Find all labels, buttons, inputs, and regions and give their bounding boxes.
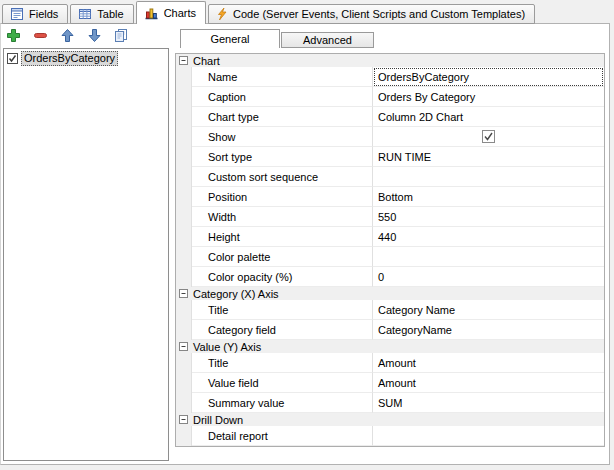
tab-fields-label: Fields: [29, 8, 58, 20]
arrow-up-icon: [60, 28, 75, 45]
row-gutter: [176, 227, 192, 247]
tab-general[interactable]: General: [180, 29, 280, 48]
collapse-icon[interactable]: [179, 289, 188, 298]
chart-list: OrdersByCategory: [3, 48, 169, 461]
property-grid: Chart Name OrdersByCategory Caption Orde…: [175, 53, 605, 447]
property-row-name: Name OrdersByCategory: [176, 67, 604, 87]
minus-icon: [33, 28, 48, 45]
row-gutter: [176, 127, 192, 147]
group-header-category-x-axis[interactable]: Category (X) Axis: [176, 287, 604, 300]
property-value-chart-type[interactable]: Column 2D Chart: [373, 107, 604, 127]
property-row-summary-value: Summary value SUM: [176, 393, 604, 413]
property-value-value-field[interactable]: Amount: [373, 373, 604, 393]
group-label: Value (Y) Axis: [193, 341, 261, 353]
property-label: Title: [192, 353, 373, 373]
property-row-position: Position Bottom: [176, 187, 604, 207]
property-label: Name: [192, 67, 373, 87]
group-label: Chart: [193, 55, 220, 67]
form-icon: [10, 7, 24, 21]
lightning-icon: [216, 7, 228, 21]
move-up-button[interactable]: [59, 28, 75, 44]
property-value-sort-type[interactable]: RUN TIME: [373, 147, 604, 167]
property-row-color-opacity: Color opacity (%) 0: [176, 267, 604, 287]
copy-chart-button[interactable]: [113, 28, 129, 44]
property-value-color-palette[interactable]: [373, 247, 604, 267]
chart-visible-checkbox[interactable]: [7, 53, 18, 64]
check-icon: [8, 54, 17, 63]
property-value-y-title[interactable]: Amount: [373, 353, 604, 373]
property-value-summary-value[interactable]: SUM: [373, 393, 604, 413]
property-label: Sort type: [192, 147, 373, 167]
property-value-show: [373, 127, 604, 147]
list-item[interactable]: OrdersByCategory: [5, 50, 167, 67]
tab-code[interactable]: Code (Server Events, Client Scripts and …: [208, 4, 535, 24]
property-value-detail-report[interactable]: [373, 426, 604, 446]
row-gutter: [176, 300, 192, 320]
chart-designer-page: Fields Table Charts Code (Server Events,…: [0, 0, 614, 470]
property-value-caption[interactable]: Orders By Category: [373, 87, 604, 107]
row-gutter: [176, 207, 192, 227]
property-value-width[interactable]: 550: [373, 207, 604, 227]
property-row-caption: Caption Orders By Category: [176, 87, 604, 107]
property-value-name[interactable]: OrdersByCategory: [373, 67, 604, 87]
property-row-color-palette: Color palette: [176, 247, 604, 267]
property-value-color-opacity[interactable]: 0: [373, 267, 604, 287]
property-row-chart-type: Chart type Column 2D Chart: [176, 107, 604, 127]
collapse-icon[interactable]: [179, 342, 188, 351]
group-header-value-y-axis[interactable]: Value (Y) Axis: [176, 340, 604, 353]
property-row-value-field: Value field Amount: [176, 373, 604, 393]
property-row-category-field: Category field CategoryName: [176, 320, 604, 340]
group-label: Category (X) Axis: [193, 288, 279, 300]
property-label: Summary value: [192, 393, 373, 413]
row-gutter: [176, 373, 192, 393]
property-label: Detail report: [192, 426, 373, 446]
tab-fields[interactable]: Fields: [2, 4, 68, 24]
chart-list-item-label[interactable]: OrdersByCategory: [21, 51, 118, 66]
collapse-icon[interactable]: [179, 415, 188, 424]
copy-icon: [113, 28, 129, 45]
property-label: Width: [192, 207, 373, 227]
row-gutter: [176, 353, 192, 373]
property-value-category-field[interactable]: CategoryName: [373, 320, 604, 340]
move-down-button[interactable]: [86, 28, 102, 44]
property-label: Color palette: [192, 247, 373, 267]
property-label: Chart type: [192, 107, 373, 127]
row-gutter: [176, 67, 192, 87]
property-value-height[interactable]: 440: [373, 227, 604, 247]
tab-table[interactable]: Table: [70, 4, 133, 24]
property-row-show: Show: [176, 127, 604, 147]
plus-icon: [6, 28, 21, 45]
property-row-sort-type: Sort type RUN TIME: [176, 147, 604, 167]
property-label: Color opacity (%): [192, 267, 373, 287]
property-row-y-title: Title Amount: [176, 353, 604, 373]
property-value-x-title[interactable]: Category Name: [373, 300, 604, 320]
group-header-drill-down[interactable]: Drill Down: [176, 413, 604, 426]
collapse-icon[interactable]: [179, 56, 188, 65]
tab-charts[interactable]: Charts: [136, 1, 206, 24]
group-header-chart[interactable]: Chart: [176, 54, 604, 67]
property-value-position[interactable]: Bottom: [373, 187, 604, 207]
property-label: Position: [192, 187, 373, 207]
property-label: Height: [192, 227, 373, 247]
property-row-x-title: Title Category Name: [176, 300, 604, 320]
table-icon: [78, 7, 92, 21]
tab-code-label: Code (Server Events, Client Scripts and …: [233, 8, 525, 20]
row-gutter: [176, 393, 192, 413]
row-gutter: [176, 87, 192, 107]
row-gutter: [176, 320, 192, 340]
tab-advanced[interactable]: Advanced: [281, 32, 374, 48]
main-tab-bar: Fields Table Charts Code (Server Events,…: [2, 0, 535, 24]
tab-charts-label: Charts: [164, 7, 196, 19]
show-checkbox[interactable]: [482, 130, 495, 143]
row-gutter: [176, 167, 192, 187]
remove-chart-button[interactable]: [32, 28, 48, 44]
property-value-custom-sort-sequence[interactable]: [373, 167, 604, 187]
group-label: Drill Down: [193, 414, 243, 426]
property-label: Title: [192, 300, 373, 320]
arrow-down-icon: [87, 28, 102, 45]
add-chart-button[interactable]: [5, 28, 21, 44]
property-label: Category field: [192, 320, 373, 340]
property-row-width: Width 550: [176, 207, 604, 227]
tab-table-label: Table: [97, 8, 123, 20]
property-label: Show: [192, 127, 373, 147]
